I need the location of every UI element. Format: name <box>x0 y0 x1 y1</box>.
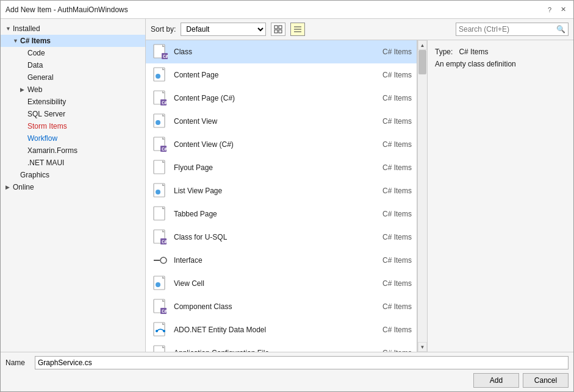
arrow-icon: ▶ <box>20 87 27 93</box>
sidebar-item-xamarin-forms[interactable]: Xamarin.Forms <box>1 144 145 157</box>
item-name: Component Class <box>174 302 363 311</box>
item-row[interactable]: Content Page C# Items <box>146 63 417 87</box>
sidebar-item-label: Extensibility <box>27 98 140 106</box>
item-name: View Cell <box>174 279 363 288</box>
sidebar-section-installed: ▼ Installed ▼ C# Items Code Data <box>1 21 145 194</box>
item-category: C# Items <box>363 256 412 265</box>
scrollbar[interactable]: ▲ ▼ <box>417 40 427 352</box>
item-icon-content-page <box>151 65 170 85</box>
item-icon-app-config <box>151 343 170 352</box>
item-row[interactable]: Tabbed Page C# Items <box>146 202 417 226</box>
sidebar-item-csharp-items[interactable]: ▼ C# Items <box>1 35 145 47</box>
item-name: List View Page <box>174 187 363 195</box>
item-name: Content Page <box>174 71 363 79</box>
svg-text:C#: C# <box>162 147 167 152</box>
item-row[interactable]: List View Page C# Items <box>146 179 417 202</box>
item-icon-content-page-cs: C# <box>151 88 170 108</box>
view-grid-button[interactable] <box>271 23 285 36</box>
toolbar: Sort by: Default Name Type <box>146 19 573 40</box>
sidebar-item-graphics[interactable]: Graphics <box>1 169 145 181</box>
item-row[interactable]: C# Content View (C#) C# Items <box>146 133 417 156</box>
svg-text:C#: C# <box>163 54 168 59</box>
sidebar-item-net-maui[interactable]: .NET MAUI <box>1 157 145 169</box>
right-panel: Sort by: Default Name Type <box>146 19 573 352</box>
item-category: C# Items <box>363 117 412 126</box>
sidebar-item-label: C# Items <box>20 37 140 45</box>
scroll-track[interactable] <box>418 50 427 342</box>
name-input[interactable] <box>35 356 569 369</box>
item-category: C# Items <box>363 140 412 149</box>
svg-text:C#: C# <box>162 101 167 105</box>
sidebar-item-data[interactable]: Data <box>1 59 145 71</box>
svg-rect-2 <box>274 30 278 33</box>
sidebar: ▼ Installed ▼ C# Items Code Data <box>1 19 146 352</box>
item-icon-flyout-page <box>151 158 170 177</box>
item-category: C# Items <box>363 187 412 195</box>
sidebar-item-label: General <box>27 73 140 82</box>
svg-point-47 <box>156 330 158 332</box>
dialog-title: Add New Item - AuthMauiOnWindows <box>5 5 128 14</box>
arrow-icon: ▼ <box>13 38 20 44</box>
item-category: C# Items <box>363 210 412 218</box>
info-type-value: C# Items <box>459 48 488 56</box>
item-row[interactable]: C# Class for U-SQL C# Items <box>146 226 417 249</box>
sidebar-item-code[interactable]: Code <box>1 47 145 59</box>
title-bar-right: ? ✕ <box>544 4 569 15</box>
scroll-thumb[interactable] <box>418 50 426 74</box>
svg-text:C#: C# <box>162 309 167 314</box>
item-list: C# Class C# Items <box>146 40 417 352</box>
item-row[interactable]: Content View C# Items <box>146 110 417 133</box>
item-row[interactable]: ADO.NET Entity Data Model C# Items <box>146 318 417 341</box>
sidebar-item-online[interactable]: ▶ Online <box>1 181 145 193</box>
item-name: Content Page (C#) <box>174 94 363 102</box>
sidebar-item-extensibility[interactable]: Extensibility <box>1 96 145 108</box>
item-category: C# Items <box>363 326 412 334</box>
info-description: An empty class definition <box>435 60 566 68</box>
scroll-up-button[interactable]: ▲ <box>418 40 427 50</box>
item-row[interactable]: Interface C# Items <box>146 249 417 272</box>
list-scroll-container: C# Class C# Items <box>146 40 427 352</box>
item-row[interactable]: C# Component Class C# Items <box>146 295 417 318</box>
sidebar-item-label: SQL Server <box>27 110 140 118</box>
sidebar-item-label: .NET MAUI <box>27 159 140 167</box>
item-name: Class for U-SQL <box>174 233 363 241</box>
sort-select[interactable]: Default Name Type <box>181 23 266 36</box>
close-button[interactable]: ✕ <box>558 4 569 15</box>
item-row[interactable]: C# Content Page (C#) C# Items <box>146 87 417 110</box>
sidebar-item-workflow[interactable]: Workflow <box>1 132 145 144</box>
sidebar-item-storm-items[interactable]: Storm Items <box>1 120 145 132</box>
sidebar-item-general[interactable]: General <box>1 71 145 84</box>
help-button[interactable]: ? <box>544 4 555 15</box>
list-icon <box>293 25 302 34</box>
search-input[interactable] <box>459 25 556 34</box>
item-name: Class <box>174 48 363 56</box>
add-button[interactable]: Add <box>473 373 519 388</box>
view-list-button[interactable] <box>290 23 305 36</box>
item-category: C# Items <box>363 302 412 311</box>
scroll-down-button[interactable]: ▼ <box>418 342 427 352</box>
sidebar-item-label: Graphics <box>20 171 140 179</box>
sidebar-item-label: Installed <box>13 24 140 33</box>
title-bar: Add New Item - AuthMauiOnWindows ? ✕ <box>1 1 573 19</box>
item-name: Content View (C#) <box>174 140 363 149</box>
item-name: Content View <box>174 117 363 126</box>
cancel-button[interactable]: Cancel <box>523 373 569 388</box>
main-content: ▼ Installed ▼ C# Items Code Data <box>1 19 573 352</box>
item-row[interactable]: View Cell C# Items <box>146 272 417 295</box>
item-icon-list-view-page <box>151 181 170 201</box>
title-bar-left: Add New Item - AuthMauiOnWindows <box>5 5 128 14</box>
item-row[interactable]: Application Configuration File C# Items <box>146 341 417 352</box>
sidebar-item-installed[interactable]: ▼ Installed <box>1 23 145 35</box>
sidebar-item-label: Xamarin.Forms <box>27 146 140 155</box>
item-row[interactable]: Flyout Page C# Items <box>146 156 417 179</box>
item-icon-class: C# <box>151 42 170 62</box>
item-row[interactable]: C# Class C# Items <box>146 40 417 63</box>
sidebar-item-web[interactable]: ▶ Web <box>1 84 145 96</box>
info-type-row: Type: C# Items <box>435 48 566 56</box>
button-row: Add Cancel <box>5 373 569 388</box>
info-panel: Type: C# Items An empty class definition <box>427 40 573 352</box>
svg-point-29 <box>156 190 160 194</box>
name-label: Name <box>5 358 30 367</box>
sidebar-item-sql-server[interactable]: SQL Server <box>1 108 145 120</box>
svg-point-40 <box>156 282 160 287</box>
